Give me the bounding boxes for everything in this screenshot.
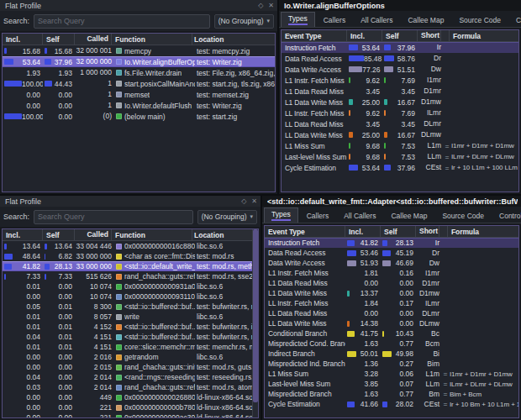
table-row[interactable]: 100.0044.431start.posixCallMainAnd...tes… <box>3 78 275 89</box>
column-header-function[interactable]: Function <box>112 34 192 45</box>
tab-callee-map[interactable]: Callee Map <box>401 13 450 27</box>
search-input[interactable] <box>34 14 210 29</box>
table-row[interactable]: Last-level Miss Sum9.687.53LLm=ILmr + DL… <box>282 151 518 162</box>
column-header-incl[interactable]: Incl. <box>345 226 381 237</box>
table-row[interactable]: Data Write Access51.9346.69Dw <box>265 258 518 268</box>
table-row[interactable]: LL Instr. Fetch Miss1.840.17ILmr <box>265 298 518 308</box>
tab-control-flow-graph[interactable]: Control Flow Graph <box>509 13 521 27</box>
table-row[interactable]: 0.010.014 151core::slice::memchr::m...te… <box>3 342 258 352</box>
table-row[interactable]: Instruction Fetch41.8228.13Ir <box>265 238 518 248</box>
table-row[interactable]: Instruction Fetch53.6437.96Ir <box>282 42 518 53</box>
close-panel-icon[interactable]: ✕ <box>268 3 274 9</box>
column-header-self[interactable]: Self <box>381 226 416 237</box>
tab-source-code[interactable]: Source Code <box>452 13 508 27</box>
column-header-self[interactable]: Self <box>43 34 75 45</box>
table-row[interactable]: Mispredicted Cond. Branch1.630.77Bcm <box>265 339 518 349</box>
table-row[interactable]: Cycle Estimation53.6437.96CEst=Ir + 10 L… <box>282 162 518 173</box>
column-header-formula[interactable]: Formula <box>448 226 518 237</box>
table-row[interactable]: 0.010.014 152<std::io::buffered::buf...t… <box>3 322 258 332</box>
table-row[interactable]: Cycle Estimation41.6628.02CEst=Ir + 10 B… <box>265 399 518 409</box>
table-row[interactable]: 0.000.002210x000000000000ac30ld-linux-x8… <box>3 412 258 417</box>
table-row[interactable]: Last-level Miss Sum3.850.07LLm=ILmr + DL… <box>265 379 518 389</box>
table-row[interactable]: Conditional Branch41.7510.43Bc <box>265 328 518 339</box>
search-input[interactable] <box>34 210 193 224</box>
float-panel-icon[interactable]: ◇ <box>241 198 246 205</box>
table-row[interactable]: 1.931.931 000 000fs.File.Writer.draintes… <box>3 67 275 78</box>
panel-titlebar[interactable]: <std::io::default_write_fmt::Adapter<std… <box>262 196 521 207</box>
table-row[interactable]: 0.000.002 016getrandomlibc.so.6 <box>3 352 258 362</box>
column-header-called[interactable]: Called <box>75 34 112 45</box>
column-header-event-type[interactable]: Event Type <box>282 30 347 41</box>
table-row[interactable]: 0.030.002 014rand_chacha::guts::refi...t… <box>3 382 258 392</box>
scrollbar-thumb[interactable] <box>253 229 258 402</box>
table-row[interactable]: Data Read Access53.4645.19Dr <box>265 248 518 258</box>
table-row[interactable]: 0.010.008 057writelibc.so.6 <box>3 312 258 322</box>
table-row[interactable]: 0.000.002 015rand_chacha::guts::init...t… <box>3 362 258 372</box>
table-row[interactable]: 41.8228.1333 000 000<std::io::default_wr… <box>3 261 258 271</box>
column-header-formula[interactable]: Formula <box>450 30 518 41</box>
column-header-incl[interactable]: Incl. <box>347 30 382 41</box>
table-row[interactable]: LL Data Read Miss0.000.00DLmr <box>265 308 518 318</box>
table-header[interactable]: Incl.SelfCalledFunctionLocation <box>3 229 258 241</box>
tab-control-flow-graph[interactable]: Control Flow Graph <box>492 209 521 223</box>
table-row[interactable]: L1 Instr. Fetch Miss9.627.69I1mr <box>282 75 518 86</box>
table-row[interactable]: Mispredicted Branch1.630.77Bm=Bim + Bcm <box>265 389 518 399</box>
table-row[interactable]: 0.040.014 151<std::io::buffered::buf...t… <box>3 332 258 342</box>
float-panel-icon[interactable]: ◇ <box>258 3 263 9</box>
tab-types[interactable]: Types <box>264 207 298 223</box>
column-header-called[interactable]: Called <box>75 229 112 240</box>
table-row[interactable]: L1 Miss Sum3.280.06L1m=I1mr + D1mr + D1m… <box>265 369 518 379</box>
table-row[interactable]: 0.000.002210x000000000000b780ld-linux-x8… <box>3 402 258 412</box>
table-row[interactable]: 0.000.001Io.Writer.defaultFlushtest: Wri… <box>3 100 275 111</box>
table-row[interactable]: 0.040.002 014<rand::rngs::reseeding...te… <box>3 372 258 382</box>
tab-callers[interactable]: Callers <box>317 13 352 27</box>
column-header-self[interactable]: Self <box>43 229 75 240</box>
tab-callee-map[interactable]: Callee Map <box>384 209 434 223</box>
table-row[interactable]: 48.646.8233 000 000<char as core::fmt::D… <box>3 251 258 261</box>
panel-titlebar[interactable]: Io.Writer.alignBufferOptions <box>279 0 521 11</box>
table-row[interactable]: 7.337.33515 626rand_chacha::guts::refi..… <box>3 271 258 281</box>
column-header-short[interactable]: Short <box>416 226 439 237</box>
grouping-dropdown[interactable]: (No Grouping) ▾ <box>197 210 257 224</box>
table-header[interactable]: Event TypeIncl.SelfShortFormula <box>265 226 518 238</box>
table-row[interactable]: 0.000.0010 0740x0000000000093110libc.so.… <box>3 291 258 302</box>
table-row[interactable]: 100.000.00(0)(below main)test: start.zig <box>3 111 275 122</box>
column-header-incl[interactable]: Incl. <box>3 229 43 240</box>
table-row[interactable]: L1 Instr. Fetch Miss1.810.16I1mr <box>265 268 518 278</box>
table-row[interactable]: LL Instr. Fetch Miss9.627.69ILmr <box>282 108 518 118</box>
column-header-col[interactable] <box>441 30 450 41</box>
column-header-function[interactable]: Function <box>112 229 192 240</box>
table-row[interactable]: L1 Data Read Miss3.453.45D1mr <box>282 86 518 97</box>
column-header-col[interactable] <box>439 226 448 237</box>
close-panel-icon[interactable]: ✕ <box>251 198 257 205</box>
column-header-short[interactable]: Short <box>418 30 441 41</box>
column-header-event-type[interactable]: Event Type <box>265 226 345 237</box>
table-row[interactable]: 53.6437.9632 000 000Io.Writer.alignBuffe… <box>3 56 275 67</box>
column-header-location[interactable]: Location <box>192 229 258 240</box>
table-row[interactable]: LL Data Write Miss14.380.00DLmw <box>265 318 518 328</box>
column-header-location[interactable]: Location <box>192 34 275 45</box>
table-row[interactable]: Mispredicted Ind. Branch1.360.27Bim <box>265 359 518 369</box>
tab-all-callers[interactable]: All Callers <box>354 13 399 27</box>
table-row[interactable]: 15.6815.6832 000 001memcpytest: memcpy.z… <box>3 45 275 56</box>
vertical-scrollbar[interactable] <box>252 229 258 417</box>
table-row[interactable]: Indirect Branch50.0149.98Bi <box>265 349 518 359</box>
table-header[interactable]: Event TypeIncl.SelfShortFormula <box>282 30 518 42</box>
table-row[interactable]: 0.010.0010 0740x00000000000931a0libc.so.… <box>3 281 258 291</box>
tab-types[interactable]: Types <box>281 12 315 27</box>
tab-all-callers[interactable]: All Callers <box>337 209 382 223</box>
column-header-self[interactable]: Self <box>382 30 418 41</box>
table-row[interactable]: LL Data Read Miss3.453.45DLmr <box>282 118 518 129</box>
table-row[interactable]: 0.000.001memsettest: memset.zig <box>3 89 275 100</box>
table-row[interactable]: L1 Data Write Miss13.370.00D1mw <box>265 288 518 298</box>
table-row[interactable]: Data Read Access85.4858.76Dr <box>282 53 518 64</box>
table-row[interactable]: L1 Data Read Miss0.000.00D1mr <box>265 278 518 288</box>
table-row[interactable]: 0.000.004490x0000000000026880ld-linux-x8… <box>3 392 258 402</box>
tab-source-code[interactable]: Source Code <box>435 209 491 223</box>
table-row[interactable]: 0.050.018 300<std::io::buffered::buf...t… <box>3 302 258 312</box>
panel-titlebar[interactable]: Flat Profile ◇ ✕ <box>0 0 277 11</box>
table-header[interactable]: Incl.SelfCalledFunctionLocation <box>3 34 275 45</box>
table-row[interactable]: Data Write Access77.2651.51Dw <box>282 64 518 75</box>
grouping-dropdown[interactable]: (No Grouping) ▾ <box>214 14 274 29</box>
column-header-incl[interactable]: Incl. <box>3 34 43 45</box>
